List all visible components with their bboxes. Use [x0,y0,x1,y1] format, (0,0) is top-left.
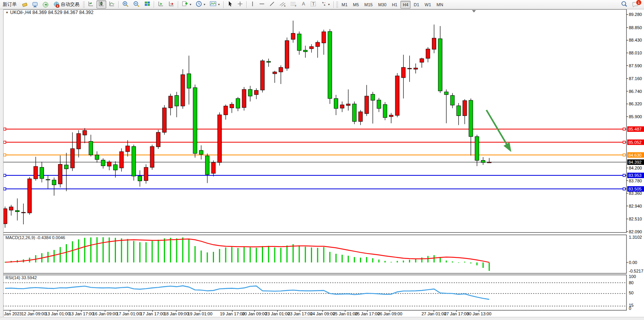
cursor-button[interactable] [226,0,235,9]
signals-button[interactable] [41,0,51,9]
tab-timeframe-h1[interactable]: H1 [390,1,400,9]
tab-timeframe-h4[interactable]: H4 [400,1,411,9]
candle-body [77,133,81,149]
crosshair-button[interactable] [235,0,245,9]
toolbar-separator [246,1,247,8]
chart-canvas[interactable]: 89.28088.85088.43088.01087.59087.16086.7… [0,0,644,320]
hline-anchor[interactable] [4,128,6,130]
candle-body [451,96,454,105]
price-tick-label: 82.510 [629,217,642,221]
auto-scroll-button[interactable] [156,0,166,9]
candle-body [242,89,246,108]
hline-anchor[interactable] [4,188,6,190]
candle-body [175,96,179,106]
price-tick-label: 88.430 [629,38,642,42]
channel-tool[interactable]: E [277,0,288,9]
candle-body [16,210,19,212]
chart-shift-button[interactable] [167,0,176,9]
time-tick-label: 20 Jan 09:00 [242,311,267,316]
tab-timeframe-mn[interactable]: MN [434,1,446,9]
time-tick-label: 16 Jan 09:00 [93,311,118,316]
trendline-tool[interactable] [267,0,277,9]
price-tick-label: 83.780 [629,178,642,183]
candle-body [3,209,7,224]
hline-anchor[interactable] [623,141,625,143]
toolbar-grip[interactable] [83,2,85,8]
history-center-button[interactable] [20,0,30,9]
tab-timeframe-m5[interactable]: M5 [351,1,361,9]
time-tick-label: 19 Jan 01:00 [188,311,212,316]
price-badge-label: 84.630 [628,153,642,157]
price-tick-label: 85.900 [629,114,642,119]
svg-text:T: T [312,2,315,6]
toolbar-separator [178,1,179,8]
candle-body [230,104,234,108]
arrows-icon [321,1,327,8]
tab-timeframe-w1[interactable]: W1 [422,1,433,9]
tab-timeframe-d1[interactable]: D1 [411,1,421,9]
candle-body [46,179,50,180]
new-chart-button[interactable]: ▼ [180,0,193,9]
time-tick-label: 17 Jan 17:00 [140,311,165,316]
tab-timeframe-m30[interactable]: M30 [376,1,389,9]
templates-button[interactable]: ▼ [208,0,222,9]
search-button[interactable] [619,0,629,9]
candle-body [469,100,473,136]
candle-body [65,165,68,169]
status-bar [0,317,644,320]
candle-body [101,160,105,166]
candle-body [285,40,289,68]
hline-anchor[interactable] [623,188,625,190]
tab-timeframe-m1[interactable]: M1 [339,1,350,9]
candle-body [248,89,252,96]
arrows-tool[interactable]: ▼ [319,0,332,9]
hline-anchor[interactable] [4,154,6,156]
bar-chart-button[interactable] [86,0,96,9]
zoom-out-icon [133,1,140,8]
line-chart-button[interactable] [107,0,117,9]
zoom-in-button[interactable] [121,0,131,9]
tab-timeframe-m15[interactable]: M15 [362,1,375,9]
hline-anchor[interactable] [623,174,625,177]
candle-body [444,92,448,94]
tile-windows-button[interactable] [142,0,152,9]
candle-body [279,67,283,72]
zoom-out-button[interactable] [132,0,142,9]
horizontal-line-tool[interactable] [257,0,267,9]
text-a-icon: A [301,1,306,8]
terminal-button[interactable] [30,0,40,9]
auto-trading-button[interactable]: 自动交易 [51,0,82,9]
price-tick-label: 86.320 [629,101,642,106]
auto-scroll-icon [158,1,164,8]
fibonacci-tool[interactable]: F [288,0,298,9]
candle-body [365,96,369,114]
candlestick-button[interactable] [97,0,106,9]
line-chart-icon [109,1,115,8]
toolbar-grip[interactable] [336,2,338,8]
toolbar-separator [154,1,154,8]
hline-anchor[interactable] [623,154,625,156]
time-tick-label: 13 Jan 17:00 [69,311,94,316]
hline-anchor[interactable] [623,128,625,130]
periods-button[interactable]: ▼ [194,0,207,9]
candle-body [402,67,405,77]
hline-anchor[interactable] [4,141,6,143]
notifications-button[interactable]: 1 [630,0,641,9]
auto-trading-icon [53,2,60,8]
candle-body [70,149,74,168]
text-tool[interactable]: A [299,0,308,9]
candle-body [377,100,381,108]
vertical-line-tool[interactable] [249,0,256,9]
candle-body [156,132,160,147]
terminal-icon [32,2,39,8]
candle-body [383,105,387,117]
template-image-icon [210,1,217,8]
text-label-icon: T [310,1,317,8]
time-tick-label: 25 Jan 01:00 [333,311,358,316]
macd-axis-zero: 0.00 [629,260,637,265]
chevron-down-icon: ▼ [328,3,330,6]
label-tool[interactable]: T [309,0,318,9]
toolbar-separator [118,1,119,8]
new-order-button[interactable]: 新订单 [0,0,19,9]
hline-anchor[interactable] [4,174,6,177]
